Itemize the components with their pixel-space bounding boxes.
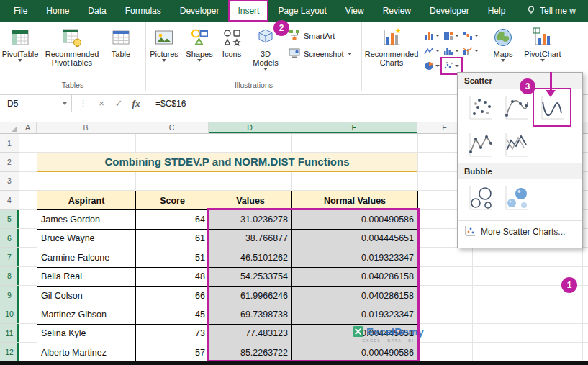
bubble-option[interactable] — [463, 181, 497, 215]
tab-review[interactable]: Review — [374, 0, 420, 22]
insert-statistic-chart-button[interactable] — [442, 43, 461, 58]
smartart-button[interactable]: SmartArt — [289, 30, 352, 42]
tab-file[interactable]: File — [4, 0, 37, 22]
name-box-dropdown-icon[interactable] — [63, 102, 67, 105]
pivotchart-button[interactable]: PivotChart — [521, 24, 564, 63]
insert-line-chart-button[interactable] — [422, 43, 442, 58]
cell-b8[interactable]: Bella Real — [37, 268, 136, 287]
cell-e5[interactable]: 0.000490586 — [292, 210, 418, 229]
cell-d8[interactable]: 54.2533754 — [209, 268, 292, 287]
tab-insert[interactable]: Insert — [228, 0, 268, 22]
cell-c8[interactable]: 48 — [136, 268, 209, 287]
column-header-c[interactable]: C — [135, 122, 209, 133]
table-header-normal-values[interactable]: Normal Values — [292, 191, 418, 210]
cell-c7[interactable]: 51 — [136, 248, 209, 267]
tab-formulas[interactable]: Formulas — [116, 0, 171, 22]
tab-help[interactable]: Help — [479, 0, 515, 22]
more-scatter-charts[interactable]: More Scatter Charts... — [458, 223, 582, 240]
cell-c12[interactable]: 57 — [136, 343, 209, 362]
insert-hierarchy-chart-button[interactable] — [442, 28, 461, 43]
insert-pie-chart-button[interactable] — [422, 58, 442, 73]
cell-c11[interactable]: 73 — [136, 325, 209, 343]
row-header-10[interactable]: 10 — [0, 305, 19, 324]
dropdown-icon — [348, 53, 352, 55]
cell-b11[interactable]: Selina Kyle — [37, 325, 136, 343]
screenshot-button[interactable]: Screenshot — [289, 48, 352, 60]
cell-d5[interactable]: 31.0236278 — [209, 210, 292, 229]
insert-column-chart-button[interactable] — [422, 28, 442, 43]
row-header-9[interactable]: 9 — [0, 286, 19, 305]
pivottable-button[interactable]: PivotTable — [0, 24, 40, 63]
cell-e10[interactable]: 0.019323347 — [292, 305, 418, 324]
row-header-2[interactable]: 2 — [0, 153, 19, 171]
cancel-button[interactable]: × — [93, 95, 110, 112]
cell-d12[interactable]: 85.2263722 — [209, 343, 292, 362]
tab-developer-2[interactable]: Developer — [420, 0, 479, 22]
row-header-1[interactable]: 1 — [0, 134, 19, 153]
select-all-corner[interactable] — [0, 122, 19, 133]
enter-button[interactable]: ✓ — [110, 95, 127, 112]
cell-d6[interactable]: 38.766877 — [209, 230, 292, 248]
row-header-11[interactable]: 11 — [0, 324, 19, 343]
cell-c5[interactable]: 64 — [136, 210, 209, 229]
cell-d9[interactable]: 61.9966246 — [209, 287, 292, 305]
cell-d7[interactable]: 46.5101262 — [209, 248, 292, 267]
cell-e8[interactable]: 0.040286158 — [292, 268, 418, 287]
table-header-aspirant[interactable]: Aspirant — [37, 191, 136, 210]
name-box[interactable]: D5 — [0, 95, 72, 112]
row-header-7[interactable]: 7 — [0, 248, 19, 266]
pictures-button[interactable]: Pictures — [146, 24, 182, 63]
column-header-d[interactable]: D — [209, 122, 291, 133]
scatter-option[interactable] — [463, 91, 497, 124]
tab-home[interactable]: Home — [37, 0, 78, 22]
cell-b12[interactable]: Alberto Martinez — [37, 343, 136, 362]
bubble-3d-option[interactable] — [499, 181, 533, 215]
cell-b6[interactable]: Bruce Wayne — [37, 230, 136, 248]
cell-e9[interactable]: 0.040286158 — [292, 287, 418, 305]
tab-data[interactable]: Data — [78, 0, 115, 22]
table-header-score[interactable]: Score — [136, 191, 209, 210]
insert-combo-chart-button[interactable] — [461, 43, 481, 58]
row-header-6[interactable]: 6 — [0, 229, 19, 248]
insert-scatter-chart-button[interactable] — [442, 58, 461, 73]
tab-view[interactable]: View — [336, 0, 374, 22]
cell-c9[interactable]: 66 — [136, 287, 209, 305]
column-header-a[interactable]: A — [19, 122, 37, 133]
insert-waterfall-chart-button[interactable] — [461, 28, 481, 43]
insert-function-button[interactable]: fx — [127, 95, 145, 112]
tell-me-search[interactable]: Tell me w — [526, 0, 588, 22]
row-header-3[interactable]: 3 — [0, 172, 19, 191]
row-header-4[interactable]: 4 — [0, 191, 19, 209]
tab-developer-1[interactable]: Developer — [171, 0, 229, 22]
table-header-values[interactable]: Values — [209, 191, 292, 210]
cell-d11[interactable]: 77.483123 — [209, 325, 292, 343]
tab-page-layout[interactable]: Page Layout — [268, 0, 335, 22]
row-header-8[interactable]: 8 — [0, 267, 19, 286]
scatter-smooth-lines-markers-option[interactable] — [499, 91, 533, 124]
scatter-straight-lines-markers-option[interactable] — [463, 128, 497, 161]
scatter-straight-lines-option[interactable] — [499, 128, 533, 161]
recommended-charts-button[interactable]: Recommended Charts — [362, 24, 421, 68]
excel-window: File Home Data Formulas Developer Insert… — [0, 0, 588, 365]
icons-button[interactable]: Icons — [217, 24, 247, 60]
cell-e7[interactable]: 0.019323347 — [292, 248, 418, 267]
maps-button[interactable]: Maps — [485, 24, 521, 63]
row-header-5[interactable]: 5 — [0, 210, 19, 229]
cell-d10[interactable]: 69.7398738 — [209, 305, 292, 324]
cell-e12[interactable]: 0.000490586 — [292, 343, 418, 362]
row-header-12[interactable]: 12 — [0, 343, 19, 361]
cell-b5[interactable]: James Gordon — [37, 210, 136, 229]
column-header-e[interactable]: E — [291, 122, 417, 133]
sheet-title-cell[interactable]: Combining STDEV.P and NORM.DIST Function… — [37, 153, 417, 172]
cell-b9[interactable]: Gil Colson — [37, 287, 136, 305]
cell-b7[interactable]: Carmine Falcone — [37, 248, 136, 267]
cell-c10[interactable]: 45 — [136, 305, 209, 324]
cell-b10[interactable]: Martinez Gibson — [37, 305, 136, 324]
menu-divider — [458, 220, 582, 221]
cell-c6[interactable]: 61 — [136, 230, 209, 248]
column-header-b[interactable]: B — [37, 122, 135, 133]
cell-e6[interactable]: 0.004445651 — [292, 230, 418, 248]
table-button[interactable]: Table — [104, 24, 138, 60]
shapes-button[interactable]: Shapes — [182, 24, 217, 63]
recommended-pivottables-button[interactable]: Recommended PivotTables — [40, 24, 104, 68]
